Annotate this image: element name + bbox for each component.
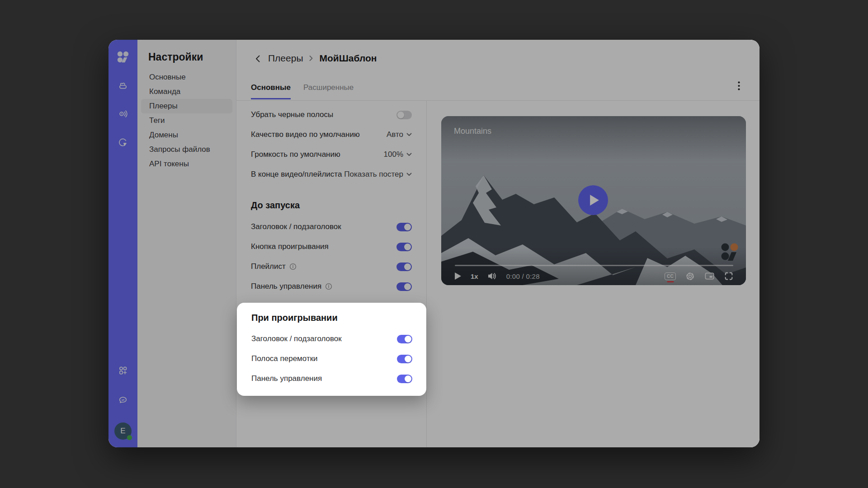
toggle-title-subtitle-playback[interactable]: [397, 335, 412, 343]
dim-overlay: [108, 40, 760, 447]
app-window: E Настройки Основные Команда Плееры Теги…: [108, 40, 760, 447]
toggle-seek-bar[interactable]: [397, 355, 412, 363]
setting-label: Полоса перемотки: [251, 354, 318, 363]
section-title-during-playback: При проигрывании: [251, 312, 412, 323]
setting-row-title-subtitle-playback: Заголовок / подзаголовок: [237, 329, 426, 349]
setting-row-control-panel-playback: Панель управления: [237, 369, 426, 389]
setting-label: Заголовок / подзаголовок: [251, 334, 342, 343]
setting-label: Панель управления: [251, 374, 322, 383]
setting-row-seek-bar: Полоса перемотки: [237, 349, 426, 369]
toggle-control-panel-playback[interactable]: [397, 375, 412, 383]
during-playback-card: При проигрывании Заголовок / подзаголово…: [237, 303, 426, 396]
